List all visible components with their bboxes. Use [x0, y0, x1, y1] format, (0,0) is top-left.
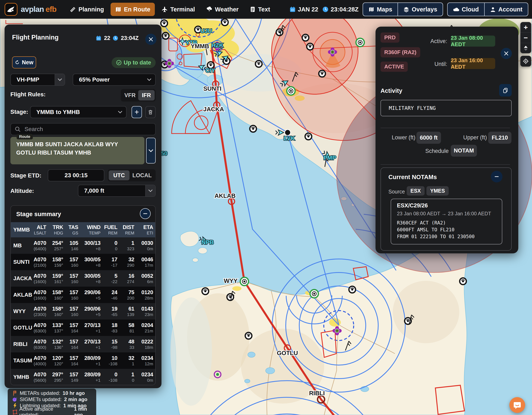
avplan-logo[interactable]: [5, 3, 18, 16]
route-textarea[interactable]: YMMB MB SUNTI JACKA AKLAB WYY GOTLU RIBL…: [10, 137, 144, 164]
active-time-badge: 23 Jan 08:00 AEDT: [451, 36, 495, 47]
column-header: WINDTEMP: [80, 222, 103, 237]
column-header: ALTLSALT: [30, 222, 48, 237]
pencil-ruler-icon: [70, 6, 76, 12]
calendar-icon: [289, 6, 296, 12]
aircraft-select[interactable]: VH-PMP: [10, 74, 65, 86]
local-option[interactable]: LOCAL: [129, 170, 155, 180]
waypoint-name: TASUM: [11, 352, 30, 369]
status-row-sigmets: SIGMETs updated:2 min ago: [11, 396, 96, 402]
zoom-out-button[interactable]: −: [520, 32, 531, 43]
stage-row-aklab[interactable]: AKLABA070(1600)158°160°157160290/06+524-…: [11, 287, 155, 303]
flight-rules-label: Flight Rules:: [10, 91, 46, 98]
close-icon: [148, 37, 153, 42]
waypoint-name: WYY: [11, 303, 30, 319]
column-header: ETAETI: [136, 222, 155, 237]
chevron-down-icon: [55, 74, 65, 85]
stage-row-gotlu[interactable]: GOTLUA070(6300)133°137°157164270/13+118-…: [11, 319, 155, 336]
overlays-button[interactable]: Overlays: [398, 3, 443, 16]
maps-button[interactable]: Maps: [363, 3, 398, 16]
etd-input[interactable]: 23 00:15: [48, 169, 104, 181]
stage-cell: 300/13+8: [80, 237, 103, 254]
stage-row-jacka[interactable]: JACKAA070(1600)159°161°157160300/05+85-2…: [11, 270, 155, 287]
close-notam-button[interactable]: [501, 48, 512, 59]
altitude-select[interactable]: 7,000 ft: [78, 185, 156, 197]
chat-bubble-icon: [513, 401, 522, 409]
lower-label: Lower (ft): [386, 134, 415, 141]
altitude-label: Altitude:: [10, 188, 34, 194]
nav-item-planning[interactable]: Planning: [65, 3, 108, 16]
utc-option[interactable]: UTC: [109, 170, 129, 180]
stage-summary-title: Stage summary: [16, 211, 61, 217]
search-input[interactable]: [10, 123, 156, 135]
stage-cell: 157164: [65, 352, 80, 369]
activity-label: Activity: [380, 87, 402, 94]
stage-cell: 004617m: [136, 254, 155, 270]
upper-value-badge: FL210: [488, 132, 512, 144]
airspace-icon: [11, 409, 19, 415]
route-expand-button[interactable]: [146, 138, 156, 164]
stage-cell: 105146: [65, 237, 80, 254]
nav-item-text[interactable]: Text: [245, 3, 275, 16]
source-esx-tab[interactable]: ESX: [407, 186, 425, 196]
nav-item-enroute[interactable]: En Route: [111, 3, 155, 16]
top-navbar: avplanefb Planning En Route Terminal: [0, 0, 532, 19]
notam-detail-card[interactable]: ESX/C29/26 23 Jan 08:00 AEDT → 23 Jan 16…: [391, 199, 502, 244]
zoom-in-button[interactable]: +: [520, 22, 531, 32]
nav-label: Planning: [78, 6, 104, 13]
nav-time: 23:04:28Z: [322, 6, 359, 13]
nav-item-terminal[interactable]: Terminal: [157, 3, 200, 16]
vfr-option[interactable]: VFR: [122, 90, 138, 100]
map-label-gotlu: GOTLU: [277, 350, 298, 356]
main-nav: Planning En Route Terminal Weather: [65, 3, 275, 16]
stage-cell: 157160: [65, 303, 80, 319]
chat-support-button[interactable]: [509, 397, 525, 413]
source-ymes-tab[interactable]: YMES: [427, 186, 449, 196]
stage-select[interactable]: YMMB to YMHB: [30, 106, 127, 118]
nav-item-weather[interactable]: Weather: [202, 3, 243, 16]
stage-row-ymhb[interactable]: YMHBA070(5600)297°295°157149280/09+10-10…: [11, 369, 155, 385]
map-label-uju: UJU: [200, 28, 212, 34]
account-button[interactable]: Account: [484, 3, 528, 16]
delete-stage-button[interactable]: [145, 106, 156, 118]
collapse-notams-button[interactable]: [491, 171, 503, 182]
minus-icon: [143, 211, 148, 216]
stage-row-mb[interactable]: MBA070(6400)254°257°105146300/13+8001323…: [11, 237, 155, 254]
map-label-aklab: AKLAB: [214, 192, 236, 199]
activity-text: MILITARY FLYING: [380, 100, 512, 116]
nav-label: En Route: [124, 6, 150, 13]
stage-row-wyy[interactable]: WYYA070(2300)158°160°157160290/06+519-65…: [11, 303, 155, 319]
map-icon: [369, 6, 374, 12]
stage-cell: 18-83: [103, 319, 120, 336]
stage-row-ribli[interactable]: RIBLIA070(6300)132°136°157164270/13+115-…: [11, 336, 155, 352]
stage-cell: A070(4000): [30, 352, 48, 369]
etd-label: Stage ETD:: [10, 172, 41, 179]
stage-cell: 280/09+1: [80, 369, 103, 385]
airplane-icon: [162, 6, 168, 12]
copy-button[interactable]: [499, 84, 512, 97]
stage-cell: 270/13+1: [80, 319, 103, 336]
panel-time: 23:04Z: [121, 35, 139, 41]
stage-row-tasum[interactable]: TASUMA070(4000)120°120°157164280/09+110-…: [11, 352, 155, 369]
stage-cell: 00300m: [136, 237, 155, 254]
collapse-summary-button[interactable]: [140, 208, 151, 219]
add-stage-button[interactable]: +: [132, 106, 142, 118]
map-label-sunti: SUNTI: [203, 85, 221, 92]
until-time-badge: 23 Jan 16:00 AEDT: [451, 58, 495, 69]
ifr-option[interactable]: IFR: [138, 90, 155, 100]
power-select[interactable]: 65% Power: [73, 74, 156, 86]
panel-title: Flight Planning: [12, 34, 59, 41]
waypoint-name: YMHB: [11, 369, 30, 385]
nav-label: Weather: [215, 6, 238, 13]
timezone-toggle: UTC LOCAL: [108, 169, 156, 181]
stage-row-sunti[interactable]: SUNTIA070(2100)158°159°157160300/05+817-…: [11, 254, 155, 270]
tilt-button[interactable]: [520, 43, 531, 53]
tilt-icon: [523, 45, 528, 51]
close-panel-button[interactable]: [145, 34, 156, 45]
locate-button[interactable]: [520, 56, 531, 67]
stage-cell: 00526m: [136, 270, 155, 287]
stage-cell: 270/13+1: [80, 336, 103, 352]
new-plan-button[interactable]: New: [12, 56, 36, 69]
cloud-button[interactable]: Cloud: [448, 3, 484, 16]
stage-cell: 157149: [65, 369, 80, 385]
